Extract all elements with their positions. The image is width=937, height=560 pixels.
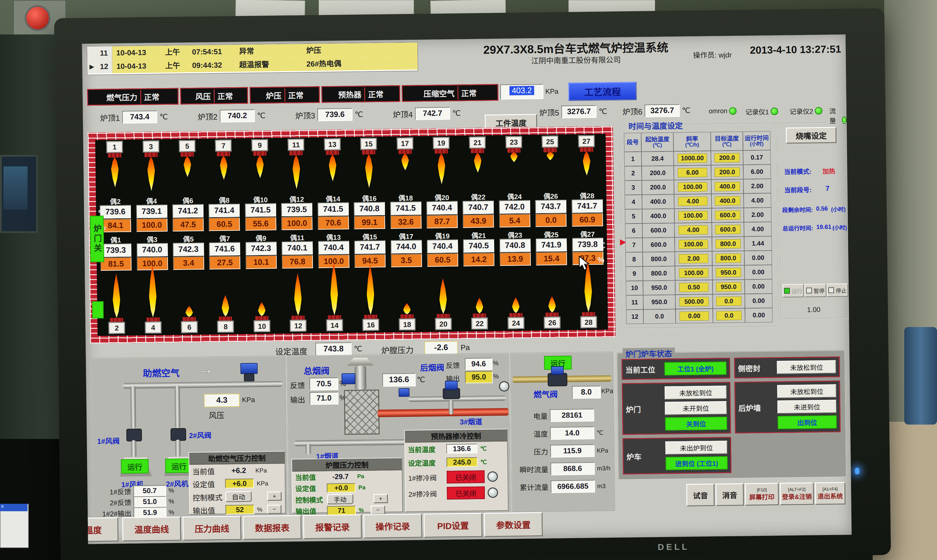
burner-cell: 25 (532, 135, 569, 152)
tab-操作记录[interactable]: 操作记录 (364, 514, 422, 538)
program-start-temp: 0.0 (643, 309, 676, 324)
air-output-input[interactable]: 52 (225, 505, 254, 514)
program-rate-input[interactable]: 100.00 (679, 268, 708, 278)
program-target-input[interactable]: 0.0 (716, 297, 741, 306)
gas-meter-label: 瞬时流量 (515, 464, 548, 474)
power-led (855, 468, 860, 474)
burner-flame-icon (183, 156, 191, 177)
air-title: 助燃空气 (143, 366, 180, 379)
tab-PID设置[interactable]: PID设置 (424, 513, 482, 538)
tab-数据报表[interactable]: 数据报表 (243, 515, 302, 540)
thermocouple-output-pct: 5.4 (499, 214, 530, 228)
thermocouple-output-pct: 3.4 (173, 256, 204, 270)
action-button-1[interactable]: 试音 (686, 484, 715, 506)
program-target-input[interactable]: 400.0 (715, 182, 740, 191)
program-rate-input[interactable]: 0.50 (679, 283, 709, 292)
burner-block-icon (253, 151, 267, 156)
air-main-pipe (123, 381, 282, 389)
thermocouple-temp: 740.5 (463, 239, 494, 252)
burner-setting-button[interactable]: 烧嘴设定 (786, 127, 837, 143)
program-target-input[interactable]: 800.0 (716, 254, 741, 263)
set-temp-unit: ℃ (354, 345, 362, 354)
program-rate-input[interactable]: 4.00 (678, 225, 707, 235)
thermocouple-name: 偶2 (110, 196, 121, 205)
program-rate-input[interactable]: 100.00 (679, 240, 708, 249)
program-target-input[interactable]: 400.0 (715, 196, 740, 206)
program-rate-input[interactable]: 2.00 (679, 254, 708, 263)
burner-plate: 1 (106, 141, 123, 153)
thermocouple-temp: 740.7 (463, 200, 494, 214)
chamber-output-input[interactable]: 71 (327, 506, 356, 515)
chamber-plus-button[interactable]: + (373, 494, 388, 503)
thermocouple-name: 偶25 (544, 229, 558, 238)
air-setpoint-input[interactable]: +6.0 (225, 478, 254, 488)
thermocouple-output-pct: 27.5 (209, 256, 240, 269)
thermocouple-cell: 偶7741.627.5 (207, 233, 243, 270)
cooling-valve1-gauge-icon (487, 471, 498, 482)
program-target-input[interactable]: 200.0 (715, 168, 740, 177)
tab-压力曲线[interactable]: 压力曲线 (183, 516, 242, 540)
burner-cell: 17 (387, 137, 423, 154)
door-status-label: 后炉墙 (738, 402, 775, 413)
air-feedback-label: 2#反馈 (96, 497, 131, 508)
run-button[interactable]: 运行 (783, 284, 804, 297)
program-target-input[interactable]: 950.0 (716, 282, 741, 292)
tab-温度曲线[interactable]: 温度曲线 (122, 516, 181, 541)
gas-section: 运行 燃气阀 8.0 KPa 电量28161温度14.0℃压力115.9KPa瞬… (510, 352, 615, 512)
door-status-box: 后炉墙未放松到位未进到位出到位 (734, 380, 840, 433)
program-run-time: 0.00 (745, 279, 772, 294)
program-rate-input[interactable]: 6.00 (678, 168, 707, 177)
roof-temp-item: 炉顶3739.6℃ (295, 108, 363, 122)
bottom-left-dialog-titlebar: x (0, 504, 28, 511)
segment-remaining-label: 段剩余时间: (782, 205, 813, 214)
door-status-badge: 未放松到位 (777, 385, 837, 398)
air-minus-button[interactable]: − (267, 505, 281, 514)
program-target-input[interactable]: 800.0 (715, 239, 741, 249)
compressed-air-pressure-value[interactable]: 403.2 (500, 84, 543, 100)
tab-参数设置[interactable]: 参数设置 (484, 512, 543, 537)
tab-温度[interactable]: 温度 (82, 517, 119, 542)
program-header-unit: (℃) (722, 142, 732, 147)
datetime: 2013-4-10 13:27:51 (750, 43, 841, 56)
program-target-cell: 0.0 (713, 308, 745, 323)
program-rate-input[interactable]: 100.00 (678, 182, 707, 192)
air-plus-button[interactable]: + (267, 491, 282, 501)
pause-button[interactable]: 暂停 (804, 284, 826, 297)
stop-button[interactable]: 停止 (827, 283, 848, 297)
program-rate-input[interactable]: 100.00 (678, 211, 707, 220)
thermocouple-name: 偶17 (399, 231, 413, 240)
program-target-input[interactable]: 200.0 (714, 153, 740, 163)
program-rate-input[interactable]: 4.00 (678, 197, 707, 206)
thermocouple-name: 偶1 (110, 234, 121, 243)
chamber-mode-button[interactable]: 手动 (327, 494, 353, 505)
program-rate-cell: 6.00 (674, 165, 711, 180)
burner-plate: 3 (142, 140, 159, 152)
program-rate-input[interactable]: 1000.00 (678, 154, 707, 163)
process-flow-button[interactable]: 工艺流程 (568, 82, 637, 101)
program-target-input[interactable]: 600.0 (715, 225, 740, 234)
program-rate-input[interactable]: 500.00 (680, 297, 709, 306)
program-target-input[interactable]: 0.0 (716, 311, 741, 320)
action-button-4[interactable]: [ALT+F2]登录&注销 (780, 483, 814, 505)
roof-temp-value: 3276.7 (644, 104, 680, 117)
action-button-3[interactable]: [F10]屏幕打印 (745, 483, 779, 506)
alarm-source: 炉压 (302, 43, 418, 57)
action-button-key: [F10] (757, 488, 767, 492)
air-mode-button[interactable]: 自动 (225, 491, 252, 502)
program-rate-input[interactable]: 0.00 (680, 311, 709, 321)
program-target-input[interactable]: 600.0 (715, 211, 740, 220)
program-target-cell: 600.0 (712, 222, 744, 237)
burner-block-icon (144, 152, 157, 157)
chamber-setpoint-input[interactable]: +0.0 (327, 483, 355, 492)
burner-plate: 19 (433, 137, 450, 149)
program-start-temp: 400.0 (642, 209, 675, 223)
tab-报警记录[interactable]: 报警记录 (303, 514, 362, 539)
action-button-label: 屏幕打印 (749, 492, 775, 501)
program-target-input[interactable]: 950.0 (716, 268, 741, 277)
action-button-2[interactable]: 消音 (715, 483, 744, 506)
action-button-5[interactable]: [A1+F4]退出系统 (815, 482, 845, 505)
thermocouple-name: 偶5 (183, 234, 194, 242)
program-rate-cell: 100.00 (675, 266, 712, 281)
chamber-minus-button[interactable]: − (371, 505, 385, 515)
preheat-setpoint-input[interactable]: 245.0 (446, 457, 478, 467)
